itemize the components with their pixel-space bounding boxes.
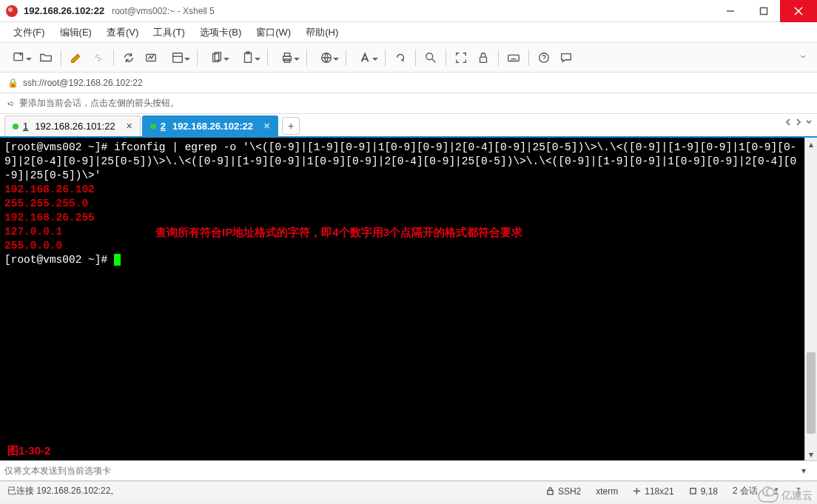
find-button[interactable] [420,47,441,68]
command: ifconfig | egrep -o '\<([0-9]|[1-9][0-9]… [4,141,796,181]
lock-icon: 🔒 [7,78,19,88]
tab-label: 192.168.26.101:22 [35,121,115,132]
tab-label: 192.168.26.102:22 [172,121,253,132]
annotation-text: 查询所有符合IP地址格式的字符，即4个数字用3个点隔开的格式都符合要求 [155,225,522,239]
svg-rect-26 [548,491,553,495]
svg-point-16 [426,53,433,59]
prompt: [root@vms002 ~]# [4,254,114,266]
close-tab-icon[interactable]: ✕ [126,121,132,131]
status-bar: 已连接 192.168.26.102:22。 SSH2 xterm 118x21… [0,481,817,500]
scroll-down-icon[interactable]: ▾ [805,448,817,460]
refresh-button[interactable] [390,47,411,68]
status-connection: 已连接 192.168.26.102:22。 [7,485,119,497]
cloud-icon [758,489,779,503]
paste-button[interactable] [233,47,263,68]
svg-rect-1 [760,7,767,14]
menu-edit[interactable]: 编辑(E) [53,23,99,42]
status-protocol: SSH2 [539,486,588,497]
status-term-type: xterm [588,486,625,497]
lock-button[interactable] [473,47,494,68]
reconnect-button[interactable] [118,47,139,68]
output-line: 255.255.255.0 [4,198,88,209]
menu-help[interactable]: 帮助(H) [298,23,346,42]
terminal-wrap: [root@vms002 ~]# ifconfig | egrep -o '\<… [0,138,817,460]
font-button[interactable] [351,47,380,68]
keyboard-button[interactable] [503,47,524,68]
svg-rect-27 [690,488,695,494]
svg-rect-13 [284,53,289,56]
watermark-text: 亿速云 [781,489,813,503]
maximize-button[interactable] [747,0,780,22]
app-icon [6,5,18,17]
output-line: 192.168.26.255 [4,212,95,224]
open-button[interactable] [36,47,56,68]
svg-rect-18 [480,57,487,62]
menu-file[interactable]: 文件(F) [6,23,53,42]
tab-num: 2 [161,121,166,132]
print-button[interactable] [272,47,302,68]
menu-tools[interactable]: 工具(T) [146,23,192,42]
cursor [114,254,121,266]
prompt: [root@vms002 ~]# [4,141,114,153]
menu-view[interactable]: 查看(V) [99,23,146,42]
help-button[interactable] [534,47,554,68]
fullscreen-button[interactable] [451,47,471,68]
output-line: 192.168.26.102 [4,184,95,195]
close-button[interactable] [780,0,817,22]
tab-prev-icon[interactable] [784,118,792,126]
watermark: 亿速云 [758,489,813,503]
status-dot-icon [150,124,156,130]
svg-rect-6 [173,53,183,62]
close-tab-icon[interactable]: ✕ [263,121,270,131]
scroll-up-icon[interactable]: ▴ [805,138,817,150]
edit-button[interactable] [66,47,87,68]
svg-line-17 [432,58,436,62]
window-title-suffix: root@vms002:~ - Xshell 5 [112,6,215,16]
tab-nav [784,118,813,126]
menu-bar: 文件(F) 编辑(E) 查看(V) 工具(T) 选项卡(B) 窗口(W) 帮助(… [0,22,817,43]
link-button[interactable] [88,47,109,68]
figure-label: 图1-30-2 [7,443,50,457]
menu-window[interactable]: 窗口(W) [249,23,298,42]
address-url[interactable]: ssh://root@192.168.26.102:22 [23,78,143,88]
tab-next-icon[interactable] [795,118,802,126]
copy-button[interactable] [202,47,232,68]
menu-tabs[interactable]: 选项卡(B) [192,23,249,42]
svg-rect-10 [245,53,252,62]
svg-rect-19 [508,55,519,61]
send-bar: ▾ [0,460,817,481]
status-cursor-pos: 9,18 [682,486,725,497]
status-dot-icon [13,124,19,130]
hint-bar: ➪ 要添加当前会话，点击左侧的箭头按钮。 [0,93,817,114]
tab-menu-icon[interactable] [805,118,813,126]
status-size: 118x21 [625,486,681,497]
globe-button[interactable] [312,47,341,68]
session-tab-1[interactable]: 1 192.168.26.101:22 ✕ [4,115,141,136]
scrollbar[interactable]: ▴ ▾ [804,138,817,460]
new-tab-button[interactable]: + [282,117,300,135]
scroll-thumb[interactable] [807,352,816,434]
minimize-button[interactable] [713,0,747,22]
address-bar: 🔒 ssh://root@192.168.26.102:22 [0,73,817,93]
tab-bar: 1 192.168.26.101:22 ✕ 2 192.168.26.102:2… [0,114,817,138]
send-input[interactable] [4,466,795,476]
terminal[interactable]: [root@vms002 ~]# ifconfig | egrep -o '\<… [0,138,804,460]
tab-num: 1 [23,121,28,132]
toolbar [0,43,817,73]
output-line: 127.0.0.1 [4,226,62,238]
properties-button[interactable] [163,47,192,68]
title-bar: 192.168.26.102:22 root@vms002:~ - Xshell… [0,0,817,22]
window-title-ip: 192.168.26.102:22 [24,5,104,16]
add-session-arrow-icon[interactable]: ➪ [7,98,15,109]
session-tab-2[interactable]: 2 192.168.26.102:22 ✕ [142,115,278,136]
output-line: 255.0.0.0 [4,240,62,252]
chat-button[interactable] [556,47,576,68]
hint-text: 要添加当前会话，点击左侧的箭头按钮。 [19,97,179,110]
disconnect-button[interactable] [141,47,161,68]
new-session-button[interactable] [4,47,34,68]
send-dropdown[interactable]: ▾ [795,466,813,476]
toolbar-overflow[interactable] [799,53,813,63]
